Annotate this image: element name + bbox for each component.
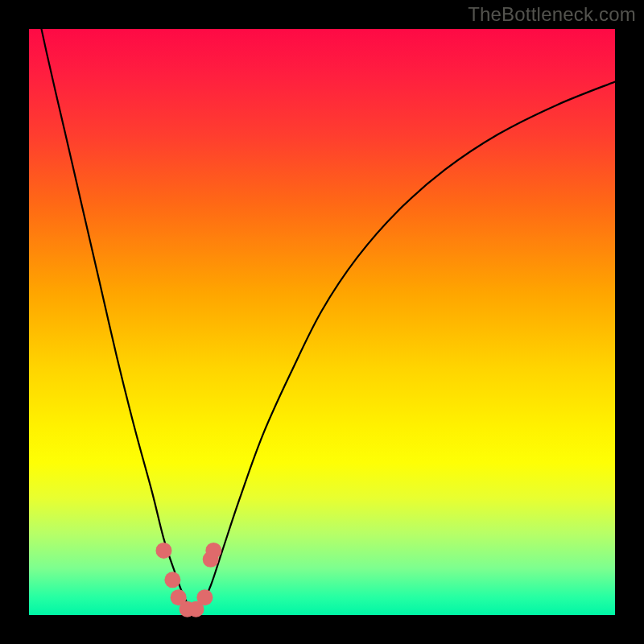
chart-svg <box>29 29 615 615</box>
plot-area <box>29 29 615 615</box>
attribution-label: TheBottleneck.com <box>468 3 636 26</box>
chart-frame: TheBottleneck.com <box>0 0 644 644</box>
highlighted-points <box>155 543 221 617</box>
curve-marker <box>155 543 171 559</box>
curve-marker <box>164 572 180 588</box>
curve-marker <box>196 589 213 605</box>
bottleneck-curve <box>29 0 615 609</box>
curve-marker <box>205 543 221 559</box>
